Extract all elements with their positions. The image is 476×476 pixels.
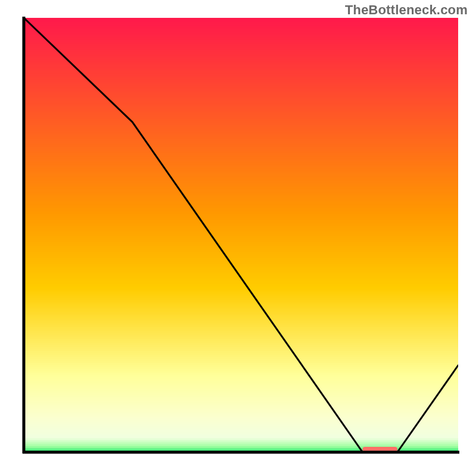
heat-gradient [24, 18, 458, 455]
chart-container: TheBottleneck.com [0, 0, 476, 476]
watermark-text: TheBottleneck.com [345, 2, 468, 18]
bottleneck-chart [0, 0, 476, 476]
